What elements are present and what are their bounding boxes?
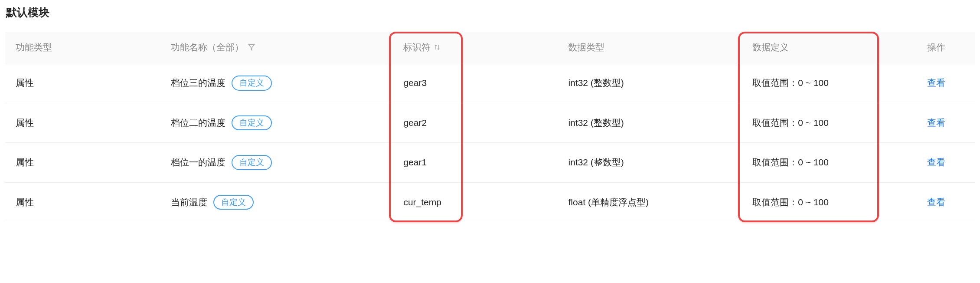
cell-name: 档位二的温度自定义 — [160, 103, 393, 143]
header-datatype-label: 数据类型 — [568, 42, 604, 52]
cell-definition: 取值范围：0 ~ 100 — [742, 103, 916, 143]
sort-icon[interactable] — [433, 43, 441, 51]
feature-name-text: 档位二的温度 — [171, 117, 225, 129]
cell-type: 属性 — [5, 63, 160, 103]
view-link[interactable]: 查看 — [927, 118, 945, 128]
cell-definition: 取值范围：0 ~ 100 — [742, 143, 916, 183]
cell-name: 当前温度自定义 — [160, 182, 393, 222]
table-body: 属性档位三的温度自定义gear3int32 (整数型)取值范围：0 ~ 100查… — [5, 63, 975, 222]
header-definition-label: 数据定义 — [752, 42, 789, 52]
cell-datatype: int32 (整数型) — [558, 63, 742, 103]
table-header-row: 功能类型 功能名称（全部） 标识符 — [5, 32, 975, 63]
view-link[interactable]: 查看 — [927, 78, 945, 88]
table-row: 属性档位三的温度自定义gear3int32 (整数型)取值范围：0 ~ 100查… — [5, 63, 975, 103]
section-title: 默认模块 — [5, 5, 975, 20]
header-definition[interactable]: 数据定义 — [742, 32, 916, 63]
name-wrapper: 当前温度自定义 — [171, 195, 383, 210]
custom-badge[interactable]: 自定义 — [213, 195, 254, 210]
cell-identifier: gear2 — [393, 103, 558, 143]
cell-identifier: gear3 — [393, 63, 558, 103]
header-type[interactable]: 功能类型 — [5, 32, 160, 63]
name-wrapper: 档位三的温度自定义 — [171, 76, 383, 91]
cell-definition: 取值范围：0 ~ 100 — [742, 182, 916, 222]
header-name-label: 功能名称（全部） — [171, 41, 244, 53]
cell-identifier: cur_temp — [393, 182, 558, 222]
view-link[interactable]: 查看 — [927, 157, 945, 167]
view-link[interactable]: 查看 — [927, 197, 945, 207]
cell-actions: 查看 — [917, 182, 975, 222]
header-actions-label: 操作 — [927, 42, 945, 52]
header-type-label: 功能类型 — [16, 42, 52, 52]
header-identifier-label: 标识符 — [403, 41, 431, 53]
custom-badge[interactable]: 自定义 — [232, 76, 272, 91]
table-container: 功能类型 功能名称（全部） 标识符 — [5, 32, 975, 222]
table-row: 属性档位二的温度自定义gear2int32 (整数型)取值范围：0 ~ 100查… — [5, 103, 975, 143]
custom-badge[interactable]: 自定义 — [232, 155, 272, 170]
cell-datatype: float (单精度浮点型) — [558, 182, 742, 222]
cell-actions: 查看 — [917, 63, 975, 103]
cell-type: 属性 — [5, 143, 160, 183]
header-identifier[interactable]: 标识符 — [393, 32, 558, 63]
name-wrapper: 档位一的温度自定义 — [171, 155, 383, 170]
cell-datatype: int32 (整数型) — [558, 143, 742, 183]
cell-definition: 取值范围：0 ~ 100 — [742, 63, 916, 103]
cell-identifier: gear1 — [393, 143, 558, 183]
header-actions[interactable]: 操作 — [917, 32, 975, 63]
cell-type: 属性 — [5, 103, 160, 143]
header-datatype[interactable]: 数据类型 — [558, 32, 742, 63]
feature-table: 功能类型 功能名称（全部） 标识符 — [5, 32, 975, 222]
feature-name-text: 档位一的温度 — [171, 156, 225, 168]
header-name-content: 功能名称（全部） — [171, 41, 256, 53]
cell-name: 档位三的温度自定义 — [160, 63, 393, 103]
cell-actions: 查看 — [917, 103, 975, 143]
cell-actions: 查看 — [917, 143, 975, 183]
feature-name-text: 当前温度 — [171, 196, 207, 208]
filter-icon[interactable] — [247, 43, 256, 52]
header-name[interactable]: 功能名称（全部） — [160, 32, 393, 63]
cell-type: 属性 — [5, 182, 160, 222]
table-row: 属性档位一的温度自定义gear1int32 (整数型)取值范围：0 ~ 100查… — [5, 143, 975, 183]
name-wrapper: 档位二的温度自定义 — [171, 115, 383, 131]
table-row: 属性当前温度自定义cur_tempfloat (单精度浮点型)取值范围：0 ~ … — [5, 182, 975, 222]
header-identifier-content: 标识符 — [403, 41, 441, 53]
custom-badge[interactable]: 自定义 — [232, 115, 272, 131]
cell-name: 档位一的温度自定义 — [160, 143, 393, 183]
cell-datatype: int32 (整数型) — [558, 103, 742, 143]
feature-name-text: 档位三的温度 — [171, 77, 225, 89]
